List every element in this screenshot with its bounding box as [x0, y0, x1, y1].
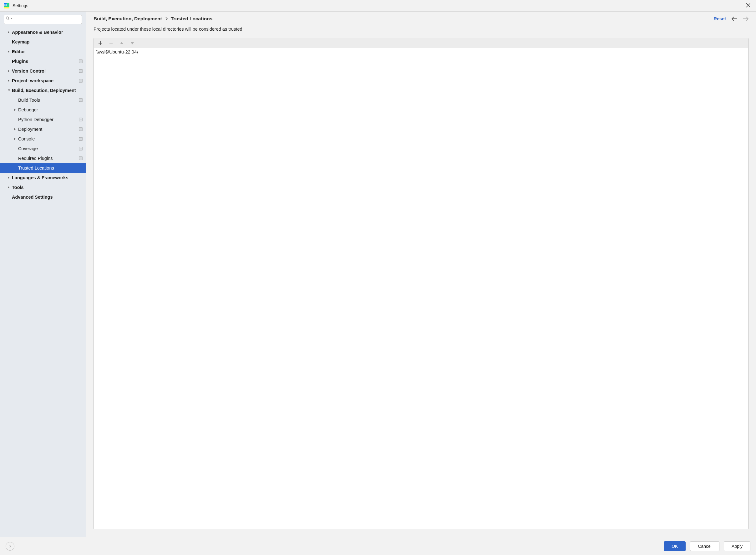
tree-item-label: Version Control	[12, 69, 46, 74]
nav-forward-button	[743, 16, 749, 21]
chevron-down-icon[interactable]	[7, 89, 11, 92]
tree-item-label: Editor	[12, 49, 25, 54]
tree-item-languages-frameworks[interactable]: Languages & Frameworks	[0, 173, 86, 182]
tree-item-label: Python Debugger	[18, 117, 53, 122]
project-scope-icon	[79, 59, 83, 63]
chevron-right-icon[interactable]	[14, 108, 17, 112]
svg-rect-15	[80, 119, 82, 121]
list-body: \\wsl$\Ubuntu-22.04\	[94, 48, 748, 529]
chevron-right-icon[interactable]	[14, 128, 17, 131]
tree-item-keymap[interactable]: Keymap	[0, 37, 86, 47]
add-button[interactable]	[96, 39, 104, 47]
tree-item-label: Advanced Settings	[12, 195, 53, 200]
sidebar: Appearance & BehaviorKeymapEditorPlugins…	[0, 11, 86, 537]
svg-rect-2	[4, 7, 9, 8]
tree-item-advanced-settings[interactable]: Advanced Settings	[0, 192, 86, 202]
tree-item-label: Console	[18, 136, 35, 141]
svg-rect-19	[80, 138, 82, 140]
tree-item-coverage[interactable]: Coverage	[0, 143, 86, 153]
chevron-right-icon[interactable]	[7, 79, 11, 82]
chevron-right-icon[interactable]	[7, 186, 11, 189]
tree-item-build-execution-deployment[interactable]: Build, Execution, Deployment	[0, 85, 86, 95]
svg-rect-13	[80, 99, 82, 101]
project-scope-icon	[79, 79, 83, 83]
window-title: Settings	[12, 3, 29, 8]
reset-link[interactable]: Reset	[714, 16, 726, 21]
tree-item-required-plugins[interactable]: Required Plugins	[0, 153, 86, 163]
tree-item-label: Build Tools	[18, 98, 40, 102]
project-scope-icon	[79, 137, 83, 141]
settings-dialog: DS Settings Appearance & BehaviorKeymapE…	[0, 0, 756, 555]
tree-item-version-control[interactable]: Version Control	[0, 66, 86, 76]
tree-item-python-debugger[interactable]: Python Debugger	[0, 115, 86, 124]
tree-item-console[interactable]: Console	[0, 134, 86, 143]
svg-rect-11	[80, 80, 82, 82]
svg-text:DS: DS	[4, 4, 7, 6]
list-toolbar	[94, 38, 748, 48]
chevron-right-icon[interactable]	[7, 70, 11, 73]
tree-item-project-workspace[interactable]: Project: workspace	[0, 76, 86, 85]
help-button[interactable]: ?	[6, 542, 14, 551]
settings-tree: Appearance & BehaviorKeymapEditorPlugins…	[0, 27, 86, 537]
tree-item-label: Plugins	[12, 59, 28, 64]
svg-rect-7	[80, 60, 82, 62]
close-button[interactable]	[744, 2, 752, 10]
project-scope-icon	[79, 127, 83, 131]
tree-item-label: Keymap	[12, 39, 30, 44]
chevron-right-icon[interactable]	[14, 137, 17, 140]
svg-rect-21	[80, 148, 82, 150]
tree-item-label: Build, Execution, Deployment	[12, 88, 76, 93]
ok-button[interactable]: OK	[664, 541, 685, 551]
cancel-button[interactable]: Cancel	[690, 541, 719, 551]
tree-item-trusted-locations[interactable]: Trusted Locations	[0, 163, 86, 173]
tree-item-appearance-behavior[interactable]: Appearance & Behavior	[0, 27, 86, 37]
app-icon: DS	[4, 3, 9, 8]
project-scope-icon	[79, 118, 83, 121]
tree-item-editor[interactable]: Editor	[0, 47, 86, 56]
chevron-right-icon[interactable]	[7, 31, 11, 34]
tree-item-label: Tools	[12, 185, 24, 190]
tree-item-tools[interactable]: Tools	[0, 182, 86, 192]
remove-button[interactable]	[107, 39, 115, 47]
svg-point-4	[6, 17, 9, 19]
tree-item-label: Coverage	[18, 146, 38, 151]
search-input[interactable]	[4, 15, 82, 24]
content-pane: Build, Execution, Deployment Trusted Loc…	[86, 11, 756, 537]
tree-item-label: Deployment	[18, 127, 42, 132]
project-scope-icon	[79, 147, 83, 151]
nav-back-button[interactable]	[731, 16, 737, 21]
tree-item-label: Languages & Frameworks	[12, 175, 69, 180]
project-scope-icon	[79, 69, 83, 73]
breadcrumb: Build, Execution, Deployment Trusted Loc…	[93, 16, 212, 22]
svg-line-5	[8, 19, 10, 20]
project-scope-icon	[79, 157, 83, 160]
trusted-locations-list: \\wsl$\Ubuntu-22.04\	[93, 38, 749, 529]
breadcrumb-leaf: Trusted Locations	[171, 16, 213, 22]
list-item[interactable]: \\wsl$\Ubuntu-22.04\	[94, 48, 748, 56]
breadcrumb-separator-icon	[165, 17, 168, 20]
tree-item-deployment[interactable]: Deployment	[0, 124, 86, 134]
search-icon	[6, 16, 13, 20]
move-up-button[interactable]	[118, 39, 126, 47]
tree-item-build-tools[interactable]: Build Tools	[0, 95, 86, 105]
tree-item-plugins[interactable]: Plugins	[0, 56, 86, 66]
chevron-right-icon[interactable]	[7, 50, 11, 53]
chevron-right-icon[interactable]	[7, 176, 11, 179]
tree-item-debugger[interactable]: Debugger	[0, 105, 86, 115]
tree-item-label: Appearance & Behavior	[12, 30, 63, 35]
tree-item-label: Project: workspace	[12, 78, 53, 83]
page-description: Projects located under these local direc…	[86, 24, 756, 38]
apply-button[interactable]: Apply	[724, 541, 750, 551]
svg-rect-17	[80, 128, 82, 130]
svg-rect-23	[80, 157, 82, 159]
breadcrumb-parent[interactable]: Build, Execution, Deployment	[93, 16, 162, 22]
move-down-button[interactable]	[128, 39, 136, 47]
svg-rect-9	[80, 70, 82, 72]
tree-item-label: Required Plugins	[18, 156, 52, 161]
project-scope-icon	[79, 98, 83, 102]
dialog-footer: ? OK Cancel Apply	[0, 537, 756, 555]
tree-item-label: Trusted Locations	[18, 166, 54, 171]
tree-item-label: Debugger	[18, 107, 38, 112]
titlebar: DS Settings	[0, 0, 756, 11]
